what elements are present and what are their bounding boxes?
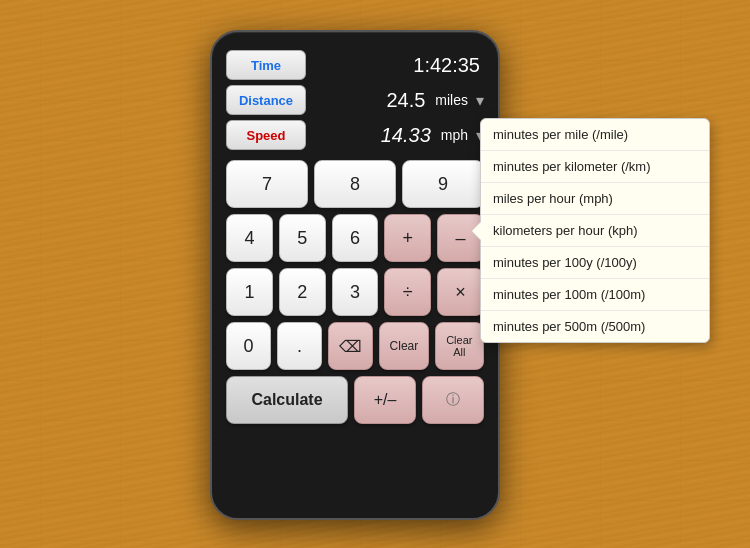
speed-dropdown-menu: minutes per mile (/mile) minutes per kil… [480, 118, 710, 343]
key-clear[interactable]: Clear [379, 322, 428, 370]
keypad: 7 8 9 4 5 6 + – 1 2 3 ÷ × 0 . ⌫ Clear Cl… [226, 160, 484, 504]
time-value: 1:42:35 [312, 54, 484, 77]
dropdown-item-2[interactable]: miles per hour (mph) [481, 183, 709, 215]
key-info[interactable]: ⓘ [422, 376, 484, 424]
key-3[interactable]: 3 [332, 268, 379, 316]
distance-unit: miles [435, 92, 468, 108]
distance-value: 24.5 [312, 89, 429, 112]
distance-dropdown-arrow[interactable]: ▾ [476, 91, 484, 110]
time-button[interactable]: Time [226, 50, 306, 80]
dropdown-item-3[interactable]: kilometers per hour (kph) [481, 215, 709, 247]
key-7[interactable]: 7 [226, 160, 308, 208]
key-6[interactable]: 6 [332, 214, 379, 262]
key-5[interactable]: 5 [279, 214, 326, 262]
key-8[interactable]: 8 [314, 160, 396, 208]
dropdown-item-0[interactable]: minutes per mile (/mile) [481, 119, 709, 151]
speed-row: Speed 14.33 mph ▾ [226, 120, 484, 150]
key-multiply[interactable]: × [437, 268, 484, 316]
speed-unit: mph [441, 127, 468, 143]
time-row: Time 1:42:35 [226, 50, 484, 80]
key-decimal[interactable]: . [277, 322, 322, 370]
key-9[interactable]: 9 [402, 160, 484, 208]
key-backspace[interactable]: ⌫ [328, 322, 373, 370]
calculator-device: Time 1:42:35 Distance 24.5 miles ▾ Speed… [210, 30, 500, 520]
dropdown-item-6[interactable]: minutes per 500m (/500m) [481, 311, 709, 342]
dropdown-item-5[interactable]: minutes per 100m (/100m) [481, 279, 709, 311]
distance-button[interactable]: Distance [226, 85, 306, 115]
key-0[interactable]: 0 [226, 322, 271, 370]
key-row-3: 1 2 3 ÷ × [226, 268, 484, 316]
key-divide[interactable]: ÷ [384, 268, 431, 316]
speed-value: 14.33 [312, 124, 435, 147]
key-row-5: Calculate +/– ⓘ [226, 376, 484, 424]
key-1[interactable]: 1 [226, 268, 273, 316]
display-section: Time 1:42:35 Distance 24.5 miles ▾ Speed… [226, 50, 484, 150]
speed-button[interactable]: Speed [226, 120, 306, 150]
dropdown-item-1[interactable]: minutes per kilometer (/km) [481, 151, 709, 183]
key-4[interactable]: 4 [226, 214, 273, 262]
key-clear-all[interactable]: ClearAll [435, 322, 484, 370]
key-2[interactable]: 2 [279, 268, 326, 316]
key-plus-minus[interactable]: +/– [354, 376, 416, 424]
key-plus[interactable]: + [384, 214, 431, 262]
key-row-4: 0 . ⌫ Clear ClearAll [226, 322, 484, 370]
key-row-1: 7 8 9 [226, 160, 484, 208]
key-row-2: 4 5 6 + – [226, 214, 484, 262]
calculate-button[interactable]: Calculate [226, 376, 348, 424]
distance-row: Distance 24.5 miles ▾ [226, 85, 484, 115]
dropdown-item-4[interactable]: minutes per 100y (/100y) [481, 247, 709, 279]
